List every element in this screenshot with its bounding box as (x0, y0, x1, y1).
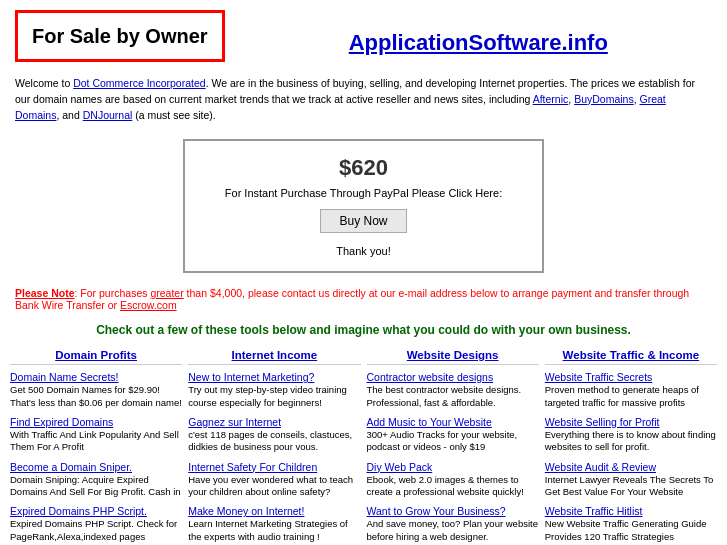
note-line: Please Note: For purchases greater than … (0, 281, 727, 317)
column-header-3: Website Traffic & Income (545, 349, 717, 365)
column-header-2: Website Designs (367, 349, 539, 365)
col-item-title[interactable]: Make Money on Internet! (188, 505, 360, 517)
col-item-desc: 300+ Audio Tracks for your website, podc… (367, 429, 539, 454)
list-item: Find Expired DomainsWith Traffic And Lin… (10, 416, 182, 454)
col-item-title[interactable]: Expired Domains PHP Script. (10, 505, 182, 517)
column-0: Domain ProfitsDomain Name Secrets!Get 50… (10, 349, 182, 545)
list-item: Make Money on Internet!Learn Internet Ma… (188, 505, 360, 543)
buydomains-link[interactable]: BuyDomains (574, 93, 634, 105)
buy-now-button[interactable]: Buy Now (320, 209, 406, 233)
col-item-title[interactable]: Find Expired Domains (10, 416, 182, 428)
header: For Sale by Owner ApplicationSoftware.in… (0, 0, 727, 72)
list-item: Domain Name Secrets!Get 500 Domain Names… (10, 371, 182, 409)
list-item: Become a Domain Sniper.Domain Sniping: A… (10, 461, 182, 499)
price-label: For Instant Purchase Through PayPal Plea… (225, 187, 502, 199)
price-amount: $620 (225, 155, 502, 181)
col-item-title[interactable]: Website Selling for Profit (545, 416, 717, 428)
list-item: Website Selling for ProfitEverything the… (545, 416, 717, 454)
list-item: Gagnez sur Internetc'est 118 pages de co… (188, 416, 360, 454)
col-item-desc: Ebook, web 2.0 images & themes to create… (367, 474, 539, 499)
note-greater: greater (150, 287, 183, 299)
escrow-link[interactable]: Escrow.com (120, 299, 177, 311)
dot-commerce-link[interactable]: Dot Commerce Incorporated (73, 77, 205, 89)
col-item-desc: Proven method to generate heaps of targe… (545, 384, 717, 409)
dnjournal-link[interactable]: DNJournal (83, 109, 133, 121)
col-item-title[interactable]: Add Music to Your Website (367, 416, 539, 428)
col-item-desc: The best contractor website designs. Pro… (367, 384, 539, 409)
welcome-text: Welcome to Dot Commerce Incorporated. We… (0, 72, 727, 131)
price-box: $620 For Instant Purchase Through PayPal… (183, 139, 544, 273)
column-header-1: Internet Income (188, 349, 360, 365)
col-item-desc: With Traffic And Link Popularity And Sel… (10, 429, 182, 454)
col-item-title[interactable]: Internet Safety For Children (188, 461, 360, 473)
col-item-title[interactable]: Domain Name Secrets! (10, 371, 182, 383)
col-item-desc: Internet Lawyer Reveals The Secrets To G… (545, 474, 717, 499)
thank-you-text: Thank you! (225, 245, 502, 257)
col-item-title[interactable]: Website Audit & Review (545, 461, 717, 473)
columns-area: Domain ProfitsDomain Name Secrets!Get 50… (0, 343, 727, 545)
col-item-title[interactable]: New to Internet Marketing? (188, 371, 360, 383)
columns-grid: Domain ProfitsDomain Name Secrets!Get 50… (10, 349, 717, 545)
list-item: Internet Safety For ChildrenHave you eve… (188, 461, 360, 499)
list-item: Expired Domains PHP Script.Expired Domai… (10, 505, 182, 543)
column-2: Website DesignsContractor website design… (367, 349, 539, 545)
list-item: Website Audit & ReviewInternet Lawyer Re… (545, 461, 717, 499)
column-header-0: Domain Profits (10, 349, 182, 365)
col-item-title[interactable]: Website Traffic Secrets (545, 371, 717, 383)
column-3: Website Traffic & IncomeWebsite Traffic … (545, 349, 717, 545)
col-item-desc: Expired Domains PHP Script. Check for Pa… (10, 518, 182, 543)
list-item: Contractor website designsThe best contr… (367, 371, 539, 409)
col-item-title[interactable]: Want to Grow Your Business? (367, 505, 539, 517)
for-sale-label: For Sale by Owner (32, 25, 208, 47)
note-label: Please Note (15, 287, 75, 299)
col-item-desc: Get 500 Domain Names for $29.90! That's … (10, 384, 182, 409)
col-item-desc: And save money, too? Plan your website b… (367, 518, 539, 543)
col-item-title[interactable]: Website Traffic Hitlist (545, 505, 717, 517)
list-item: Website Traffic HitlistNew Website Traff… (545, 505, 717, 543)
list-item: Diy Web PackEbook, web 2.0 images & them… (367, 461, 539, 499)
list-item: Website Traffic SecretsProven method to … (545, 371, 717, 409)
list-item: New to Internet Marketing?Try out my ste… (188, 371, 360, 409)
col-item-desc: Try out my step-by-step video training c… (188, 384, 360, 409)
site-title-link[interactable]: ApplicationSoftware.info (349, 30, 608, 56)
checkout-line: Check out a few of these tools below and… (0, 317, 727, 343)
column-1: Internet IncomeNew to Internet Marketing… (188, 349, 360, 545)
col-item-desc: New Website Traffic Generating Guide Pro… (545, 518, 717, 543)
col-item-title[interactable]: Contractor website designs (367, 371, 539, 383)
for-sale-box: For Sale by Owner (15, 10, 225, 62)
price-section: $620 For Instant Purchase Through PayPal… (0, 139, 727, 273)
col-item-title[interactable]: Diy Web Pack (367, 461, 539, 473)
col-item-desc: Everything there is to know about findin… (545, 429, 717, 454)
list-item: Want to Grow Your Business?And save mone… (367, 505, 539, 543)
list-item: Add Music to Your Website300+ Audio Trac… (367, 416, 539, 454)
col-item-desc: Learn Internet Marketing Strategies of t… (188, 518, 360, 543)
col-item-title[interactable]: Gagnez sur Internet (188, 416, 360, 428)
site-title-area: ApplicationSoftware.info (245, 10, 712, 56)
afternic-link[interactable]: Afternic (533, 93, 569, 105)
col-item-desc: Have you ever wondered what to teach you… (188, 474, 360, 499)
col-item-desc: Domain Sniping: Acquire Expired Domains … (10, 474, 182, 499)
col-item-desc: c'est 118 pages de conseils, clastuces, … (188, 429, 360, 454)
col-item-title[interactable]: Become a Domain Sniper. (10, 461, 182, 473)
